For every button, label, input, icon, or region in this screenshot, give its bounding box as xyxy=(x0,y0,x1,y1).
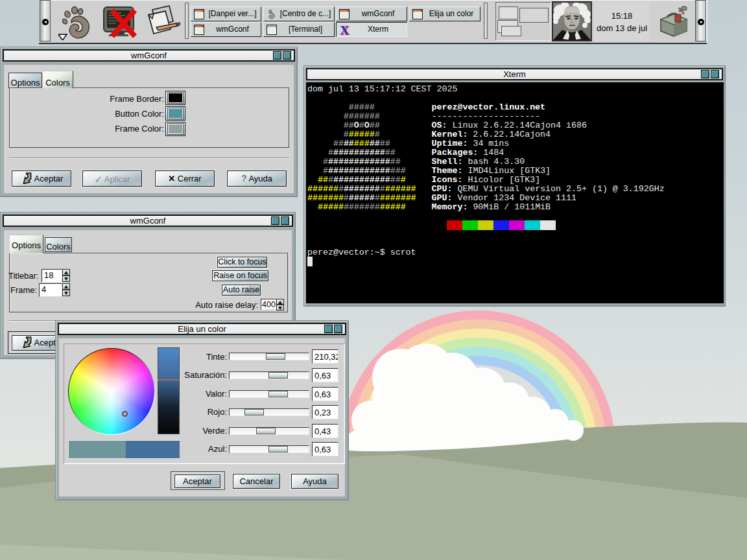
svg-text:X: X xyxy=(340,25,349,37)
